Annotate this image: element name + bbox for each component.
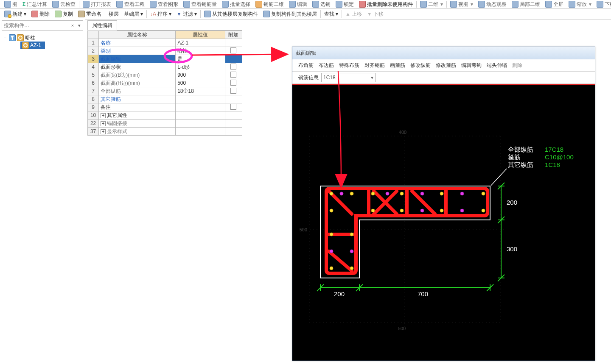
tool-4[interactable]: 画箍筋 <box>390 62 405 69</box>
new-button[interactable]: 新建▾ <box>2 9 29 19</box>
tab-property-edit[interactable]: 属性编辑 <box>87 20 117 31</box>
prop-value[interactable] <box>176 103 225 111</box>
copy-to-other-button[interactable]: 复制构件到其他楼层 <box>261 9 320 19</box>
prop-extra[interactable] <box>225 111 242 119</box>
prop-extra[interactable] <box>225 95 242 103</box>
delete-button[interactable]: 删除 <box>29 9 52 19</box>
table-row[interactable]: 6截面高(H边)(mm)500 <box>88 79 242 87</box>
tool-2[interactable]: 特殊布筋 <box>339 62 359 69</box>
filter-button[interactable]: ▼过滤▾ <box>174 9 199 19</box>
svg-point-39 <box>330 250 333 253</box>
svg-point-22 <box>440 192 443 195</box>
tree-root-row[interactable]: − 暗柱 <box>3 34 82 42</box>
tool-5[interactable]: 修改纵筋 <box>410 62 431 69</box>
tool-7[interactable]: 编辑弯钩 <box>461 62 482 69</box>
prop-extra[interactable] <box>225 39 242 47</box>
expand-icon[interactable]: + <box>101 129 106 134</box>
tb-item-13[interactable]: 二维▾ <box>418 0 446 8</box>
tb-item-19[interactable]: 下移▾ <box>594 0 611 8</box>
tb-item-7[interactable]: 批量选择 <box>219 0 253 8</box>
table-row[interactable]: 9备注 <box>88 103 242 111</box>
base-floor-select[interactable]: 基础层▾ <box>121 9 146 19</box>
rebar-info-combo[interactable]: 1C18 ▾ <box>321 73 376 82</box>
checkbox-icon[interactable] <box>230 80 236 86</box>
prop-value[interactable] <box>176 128 225 136</box>
table-row[interactable]: 7全部纵筋18⏀18 <box>88 87 242 95</box>
prop-extra[interactable] <box>225 119 242 128</box>
tb-item-12[interactable]: 批量删除未使用构件 <box>356 0 415 8</box>
prop-value[interactable] <box>176 95 225 103</box>
copy-button[interactable]: 复制 <box>52 9 76 19</box>
prop-extra[interactable] <box>225 87 242 95</box>
checkbox-icon[interactable] <box>230 72 236 78</box>
prop-value[interactable]: 500 <box>176 79 225 87</box>
sort-button[interactable]: ↓A排序▾ <box>148 9 174 19</box>
checkbox-icon[interactable] <box>230 64 236 69</box>
prop-value[interactable] <box>176 111 225 119</box>
checkbox-icon[interactable] <box>230 104 236 110</box>
prop-value[interactable]: 暗柱 <box>176 47 225 55</box>
tb-item-15[interactable]: 动态观察 <box>476 0 509 8</box>
tool-0[interactable]: 布角筋 <box>298 62 314 69</box>
tb-item-9[interactable]: 编辑 <box>286 0 310 8</box>
tool-6[interactable]: 修改箍筋 <box>436 62 456 69</box>
rename-button[interactable]: 重命名 <box>76 9 104 19</box>
prop-value[interactable]: 18⏀18 <box>176 87 225 95</box>
prop-extra[interactable] <box>225 71 242 79</box>
expand-icon[interactable]: + <box>101 121 106 126</box>
table-row[interactable]: 4截面形状L-d形 <box>88 63 242 71</box>
table-row[interactable]: 8其它箍筋 <box>88 95 242 103</box>
row-number: 37 <box>88 128 99 136</box>
search-drop-icon[interactable]: ▾ <box>76 22 83 29</box>
tool-3[interactable]: 对齐钢筋 <box>364 62 385 69</box>
prop-extra[interactable] <box>225 79 242 87</box>
tool-8[interactable]: 端头伸缩 <box>487 62 507 69</box>
prop-value[interactable] <box>176 119 225 128</box>
tb-item-18[interactable]: 缩放▾ <box>566 0 594 8</box>
tb-item-8[interactable]: 钢筋二维 <box>253 0 286 8</box>
prop-value[interactable]: 是 <box>176 55 225 63</box>
tb-item-5[interactable]: 查看图形 <box>147 0 181 8</box>
tb-item-17[interactable]: 全屏 <box>543 0 566 8</box>
tb-item-10[interactable]: 选钢 <box>310 0 333 8</box>
tb-item-16[interactable]: 局部二维 <box>509 0 543 8</box>
table-row[interactable]: 2类别暗柱 <box>88 47 242 55</box>
copy-from-other-button[interactable]: 从其他楼层复制构件 <box>202 9 261 19</box>
tb-item-3[interactable]: 打开报表 <box>80 0 114 8</box>
table-row[interactable]: 3截面编辑是 <box>88 55 242 63</box>
tb-item-0[interactable]: 图 <box>2 0 20 8</box>
table-row[interactable]: 37+显示样式 <box>88 128 242 136</box>
search-input[interactable] <box>2 22 69 29</box>
prop-value[interactable]: AZ-1 <box>176 39 225 47</box>
section-svg: 400 500 500 <box>292 85 595 361</box>
prop-extra[interactable] <box>225 63 242 71</box>
prop-extra[interactable] <box>225 55 242 63</box>
table-row[interactable]: 22+锚固搭接 <box>88 119 242 128</box>
section-canvas[interactable]: 400 500 500 <box>292 84 595 361</box>
search-clear-icon[interactable]: × <box>69 22 76 29</box>
checkbox-icon[interactable] <box>230 88 236 94</box>
row-number: 9 <box>88 103 99 111</box>
section-editor-titlebar[interactable]: 截面编辑 <box>292 47 595 59</box>
tree-toggle-icon[interactable]: − <box>3 35 8 41</box>
tool-1[interactable]: 布边筋 <box>319 62 334 69</box>
tb-item-6[interactable]: 查看钢筋量 <box>181 0 219 8</box>
tb-item-4[interactable]: 查看工程 <box>114 0 147 8</box>
table-row[interactable]: 10+其它属性 <box>88 111 242 119</box>
checkbox-icon[interactable] <box>230 47 236 53</box>
table-row[interactable]: 5截面宽(B边)(mm)900 <box>88 71 242 79</box>
prop-value[interactable]: L-d形 <box>176 63 225 71</box>
prop-extra[interactable] <box>225 128 242 136</box>
tb-item-2[interactable]: 云检查 <box>50 0 78 8</box>
find-button[interactable]: 查找▾ <box>322 9 341 19</box>
tb-item-11[interactable]: 锁定 <box>333 0 356 8</box>
prop-extra[interactable] <box>225 103 242 111</box>
prop-value[interactable]: 900 <box>176 71 225 79</box>
expand-icon[interactable]: + <box>101 113 106 118</box>
table-row[interactable]: 1名称AZ-1 <box>88 39 242 47</box>
tree-item-az1[interactable]: AZ-1 <box>20 42 45 49</box>
tb-item-14[interactable]: 视图▾ <box>448 0 476 8</box>
svg-text:500: 500 <box>300 227 307 232</box>
prop-extra[interactable] <box>225 47 242 55</box>
tb-item-1[interactable]: Σ汇总计算 <box>20 0 50 8</box>
